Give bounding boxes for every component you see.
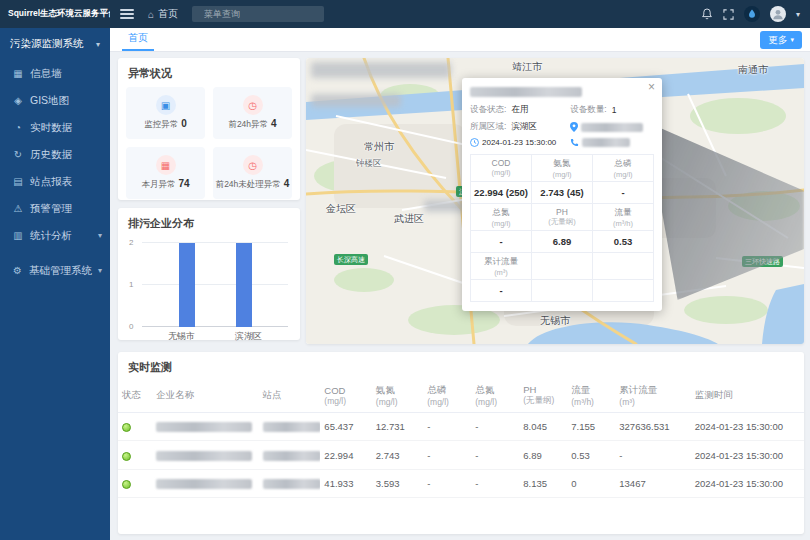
chevron-down-icon: ▾ bbox=[98, 231, 102, 240]
tab-home[interactable]: 首页 bbox=[122, 27, 154, 51]
avatar[interactable] bbox=[770, 6, 786, 22]
cell-value: 2.743 bbox=[372, 441, 423, 469]
blurred-company-name bbox=[156, 479, 252, 489]
sidebar-item-realtime-data[interactable]: ◔实时数据 bbox=[0, 114, 110, 141]
blurred-site-name bbox=[263, 451, 321, 461]
cell-value: 7.155 bbox=[567, 413, 615, 441]
device-status-value: 在用 bbox=[511, 104, 528, 116]
map-label-city: 无锡市 bbox=[540, 314, 570, 328]
menu-toggle-icon[interactable] bbox=[120, 9, 134, 19]
fullscreen-icon[interactable] bbox=[723, 9, 734, 20]
breadcrumb-home-label: 首页 bbox=[158, 7, 178, 21]
x-axis-label: 滨湖区 bbox=[235, 330, 262, 343]
sidebar-title-label: 污染源监测系统 bbox=[10, 37, 84, 51]
table-row[interactable]: 65.43712.731--8.0457.155327636.5312024-0… bbox=[118, 413, 804, 441]
stat-label: 前24h异常 bbox=[228, 119, 268, 129]
cell-value: 3.593 bbox=[372, 469, 423, 497]
cell-value: - bbox=[471, 469, 519, 497]
breadcrumb[interactable]: ⌂ 首页 bbox=[148, 7, 178, 21]
chart-title: 排污企业分布 bbox=[118, 208, 300, 237]
param-value bbox=[593, 280, 654, 302]
sidebar-system-switcher[interactable]: 污染源监测系统 ▾ bbox=[0, 28, 110, 60]
abnormal-status-card: 异常状况 ▣监控异常0◷前24h异常4▦本月异常74◷前24h未处理异常4 bbox=[118, 58, 300, 200]
param-value: 0.53 bbox=[593, 231, 654, 253]
map-label-city: 常州市 bbox=[364, 140, 394, 154]
stat-tile: ▦本月异常74 bbox=[126, 147, 205, 199]
column-header: 监测时间 bbox=[691, 381, 804, 413]
chart-bar bbox=[179, 243, 195, 327]
dashboard-icon: ▦ bbox=[12, 68, 24, 79]
param-header: COD(mg/l) bbox=[471, 155, 532, 182]
sidebar-item-label: 预警管理 bbox=[30, 202, 72, 216]
sidebar-item-stats-analysis[interactable]: ▥统计分析▾ bbox=[0, 222, 110, 249]
abnormal-card-title: 异常状况 bbox=[118, 58, 300, 87]
y-axis-tick: 0 bbox=[129, 322, 133, 331]
app-logo: Squirrel生态环境云服务平台 bbox=[0, 8, 110, 20]
cell-value: 0 bbox=[567, 469, 615, 497]
phone-row bbox=[570, 138, 654, 147]
cell-value: - bbox=[423, 469, 471, 497]
sidebar-item-gis-map[interactable]: ◈GIS地图 bbox=[0, 87, 110, 114]
phone-icon bbox=[570, 138, 579, 147]
realtime-title: 实时监测 bbox=[118, 352, 804, 381]
cell-value: 12.731 bbox=[372, 413, 423, 441]
realtime-monitor-card: 实时监测 状态企业名称站点COD(mg/l)氨氮(mg/l)总磷(mg/l)总氮… bbox=[118, 352, 804, 534]
stats-icon: ▥ bbox=[12, 230, 24, 241]
stat-tile: ▣监控异常0 bbox=[126, 87, 205, 139]
blurred-company-name bbox=[156, 422, 252, 432]
clock-icon: ◷ bbox=[243, 155, 263, 175]
stat-tiles: ▣监控异常0◷前24h异常4▦本月异常74◷前24h未处理异常4 bbox=[118, 87, 300, 207]
param-header bbox=[593, 253, 654, 280]
search-input[interactable] bbox=[202, 8, 323, 20]
cell-value: 2024-01-23 15:30:00 bbox=[691, 413, 804, 441]
sidebar-item-label: 站点报表 bbox=[30, 175, 72, 189]
sidebar-item-alarm-manage[interactable]: ⚠预警管理 bbox=[0, 195, 110, 222]
column-header: PH(无量纲) bbox=[519, 381, 567, 413]
blurred-phone bbox=[582, 138, 630, 147]
stat-value: 0 bbox=[181, 118, 187, 129]
param-header: 流量(m³/h) bbox=[593, 204, 654, 231]
table-row[interactable]: 41.9333.593--8.1350134672024-01-23 15:30… bbox=[118, 469, 804, 497]
bell-icon[interactable] bbox=[701, 8, 713, 20]
pin-icon bbox=[570, 122, 578, 132]
y-axis-tick: 2 bbox=[129, 238, 133, 247]
sidebar-item-label: 统计分析 bbox=[30, 229, 72, 243]
sidebar-item-label: 基础管理系统 bbox=[29, 264, 92, 278]
topbar: Squirrel生态环境云服务平台 ⌂ 首页 ▾ bbox=[0, 0, 810, 28]
enterprise-distribution-card: 排污企业分布 012 无锡市滨湖区 bbox=[118, 208, 300, 340]
chevron-down-icon[interactable]: ▾ bbox=[796, 10, 800, 19]
system-icon: ⚙ bbox=[12, 265, 23, 276]
more-button-label: 更多 bbox=[768, 34, 787, 47]
cell-value: 6.89 bbox=[519, 441, 567, 469]
more-button[interactable]: 更多 ▾ bbox=[760, 31, 802, 49]
clock-icon: ◷ bbox=[243, 95, 263, 115]
tab-strip: 首页 bbox=[110, 28, 810, 52]
sidebar-item-history-data[interactable]: ↻历史数据 bbox=[0, 141, 110, 168]
chart-x-axis: 无锡市滨湖区 bbox=[142, 330, 288, 343]
param-value: - bbox=[593, 182, 654, 204]
chevron-down-icon: ▾ bbox=[98, 266, 102, 275]
gis-map[interactable]: 靖江市南通市常州市钟楼区金坛区武进区无锡市沪蓉高速长深高速三环快速路 × 设备状… bbox=[306, 58, 804, 344]
cell-value: 0.53 bbox=[567, 441, 615, 469]
cell-value: 2024-01-23 15:30:00 bbox=[691, 469, 804, 497]
stat-tile: ◷前24h未处理异常4 bbox=[213, 147, 292, 199]
report-icon: ▤ bbox=[12, 176, 24, 187]
table-row[interactable]: 22.9942.743--6.890.53-2024-01-23 15:30:0… bbox=[118, 441, 804, 469]
stat-label: 前24h未处理异常 bbox=[216, 179, 281, 189]
device-count-row: 设备数量: 1 bbox=[570, 104, 654, 116]
sidebar-item-site-report[interactable]: ▤站点报表 bbox=[0, 168, 110, 195]
menu-search bbox=[192, 6, 324, 22]
sidebar-item-dashboard[interactable]: ▦信息墙 bbox=[0, 60, 110, 87]
popup-info-grid: 设备状态: 在用 设备数量: 1 所属区域: 滨湖区 2024-01- bbox=[470, 104, 654, 147]
sidebar-item-base-system[interactable]: ⚙基础管理系统▾ bbox=[0, 257, 110, 284]
status-dot bbox=[122, 423, 131, 432]
close-icon[interactable]: × bbox=[648, 80, 655, 94]
popup-time: 2024-01-23 15:30:00 bbox=[482, 138, 556, 147]
column-header: 状态 bbox=[118, 381, 152, 413]
map-label-city: 武进区 bbox=[394, 212, 424, 226]
stat-value: 74 bbox=[178, 178, 189, 189]
blurred-site-name bbox=[263, 479, 321, 489]
sidebar-item-label: 信息墙 bbox=[30, 67, 62, 81]
water-drop-logo-icon[interactable] bbox=[744, 6, 760, 22]
blurred-map-label bbox=[311, 94, 401, 107]
